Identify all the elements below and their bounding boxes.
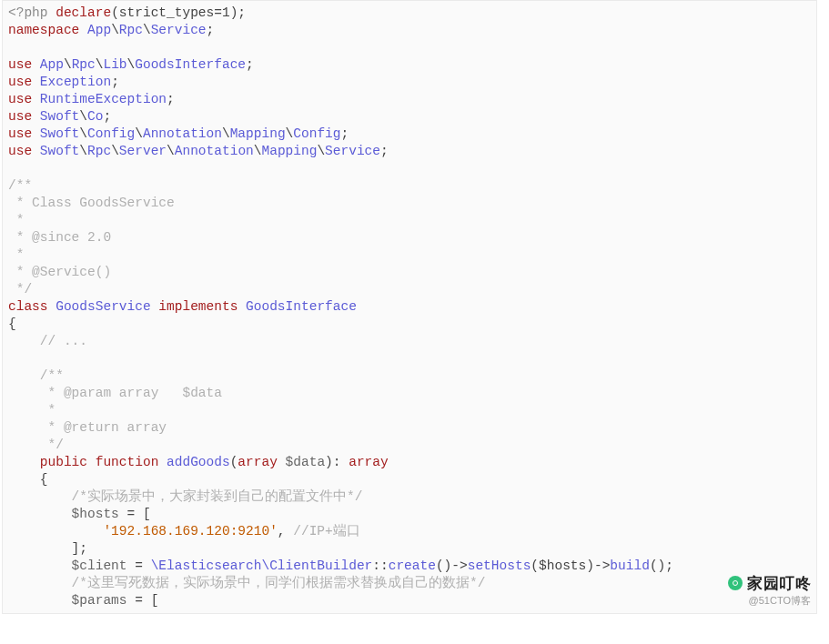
interface-name: GoodsInterface <box>246 299 357 314</box>
kw-public-function: public function <box>8 455 167 469</box>
fn-addgoods: addGoods <box>167 455 230 469</box>
var-hosts: $hosts <box>8 507 127 521</box>
kw-implements: implements <box>158 299 246 314</box>
fn-sethosts: setHosts <box>468 558 531 573</box>
fn-build: build <box>610 558 650 573</box>
comment-ip-port: //IP+端口 <box>293 524 360 538</box>
type-array: array <box>238 455 285 469</box>
comment-config-file: /*实际场景中，大家封装到自己的配置文件中*/ <box>8 489 362 504</box>
host-string: '192.168.169.120:9210' <box>8 524 278 538</box>
class-name: GoodsService <box>56 299 158 314</box>
kw-namespace: namespace <box>8 23 87 37</box>
ns-service: Service <box>151 23 207 37</box>
declare-args: (strict_types=1); <box>111 5 246 20</box>
brace-open: { <box>8 317 16 331</box>
use-runtimeexception: RuntimeException <box>40 92 167 106</box>
return-array: array <box>349 455 389 469</box>
fn-create: create <box>389 558 436 573</box>
use-exception: Exception <box>40 75 111 89</box>
ns-app: App <box>87 23 111 37</box>
ellipsis-comment: // ... <box>8 334 87 348</box>
docblock-service: * @Service() <box>8 265 111 279</box>
kw-use: use <box>8 57 40 72</box>
ns-rpc: Rpc <box>119 23 143 37</box>
method-doc-close: */ <box>8 438 64 452</box>
php-open-tag: <?php <box>8 5 56 20</box>
array-close: ]; <box>8 541 87 556</box>
kw-declare: declare <box>56 5 111 20</box>
param-data: $data <box>286 455 326 469</box>
docblock-since: * @since 2.0 <box>8 230 111 245</box>
clientbuilder: \Elasticsearch\ClientBuilder <box>151 558 373 573</box>
docblock-close: */ <box>8 282 32 297</box>
use-config: Config <box>293 126 340 141</box>
docblock-open: /** <box>8 178 32 193</box>
code-frame: <?php declare(strict_types=1); namespace… <box>2 0 817 614</box>
var-client: $client <box>8 558 135 573</box>
use-co: Co <box>87 109 103 124</box>
method-brace-open: { <box>8 472 48 487</box>
method-doc-return: * @return array <box>8 420 167 435</box>
method-doc-param: * @param array $data <box>8 386 222 400</box>
var-params: $params <box>8 593 135 608</box>
method-doc-open: /** <box>8 368 64 383</box>
code-block: <?php declare(strict_types=1); namespace… <box>8 5 811 609</box>
docblock-class: * Class GoodsService <box>8 196 175 210</box>
use-goodsinterface: GoodsInterface <box>135 57 246 72</box>
kw-class: class <box>8 299 56 314</box>
comment-hardcoded: /*这里写死数据，实际场景中，同学们根据需求替换成自己的数据*/ <box>8 576 485 590</box>
use-service: Service <box>325 144 380 158</box>
